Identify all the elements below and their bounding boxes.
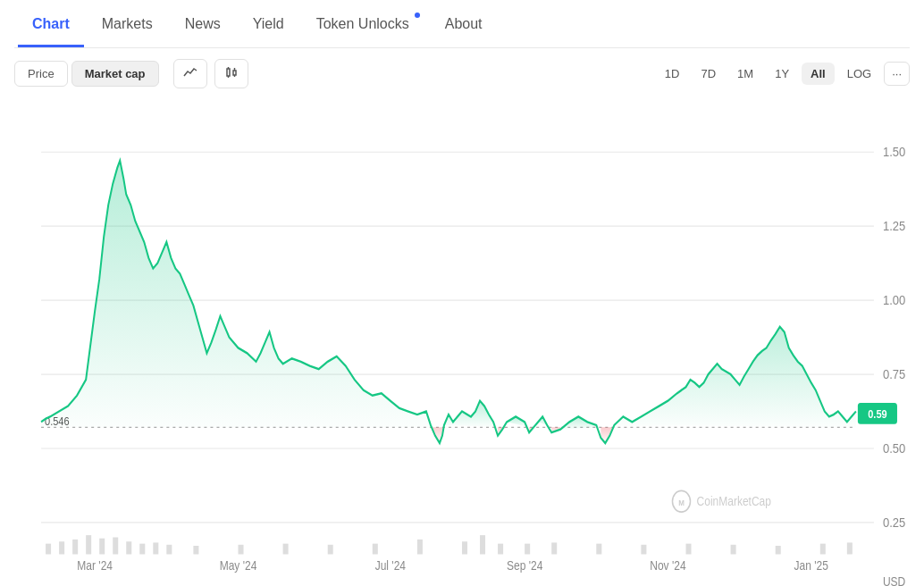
svg-text:CoinMarketCap: CoinMarketCap <box>697 494 771 508</box>
svg-rect-7 <box>14 427 910 586</box>
svg-rect-35 <box>126 541 131 554</box>
svg-rect-30 <box>59 541 64 554</box>
time-1y[interactable]: 1Y <box>766 63 798 85</box>
svg-rect-36 <box>139 544 145 555</box>
svg-rect-48 <box>525 544 530 555</box>
svg-rect-47 <box>498 544 503 555</box>
svg-rect-42 <box>328 545 333 555</box>
chart-area: 1.50 1.25 1.00 0.75 0.50 0.25 Mar '24 Ma… <box>14 99 910 586</box>
svg-rect-38 <box>166 545 172 555</box>
tab-about[interactable]: About <box>431 0 497 47</box>
svg-rect-37 <box>153 542 158 554</box>
svg-rect-40 <box>239 545 244 555</box>
svg-rect-56 <box>847 542 853 554</box>
svg-rect-39 <box>193 546 198 554</box>
svg-text:Sep '24: Sep '24 <box>507 558 542 573</box>
svg-rect-41 <box>283 544 289 555</box>
svg-text:1.25: 1.25 <box>883 218 905 233</box>
candlestick-icon <box>224 65 239 82</box>
svg-text:1.50: 1.50 <box>883 144 905 159</box>
svg-rect-34 <box>113 538 118 555</box>
more-button[interactable]: ··· <box>884 62 910 86</box>
svg-rect-53 <box>731 545 736 555</box>
svg-rect-46 <box>480 535 485 554</box>
svg-text:0.75: 0.75 <box>883 366 905 381</box>
svg-text:Jul '24: Jul '24 <box>375 558 406 573</box>
time-1m[interactable]: 1M <box>728 63 762 85</box>
svg-text:0.50: 0.50 <box>883 440 905 456</box>
svg-rect-43 <box>373 544 378 555</box>
tab-nav: Chart Markets News Yield Token Unlocks A… <box>14 0 910 48</box>
svg-rect-55 <box>820 544 826 555</box>
svg-rect-29 <box>46 544 51 555</box>
candlestick-button[interactable] <box>214 59 248 88</box>
svg-text:Jan '25: Jan '25 <box>794 558 828 573</box>
tab-yield[interactable]: Yield <box>239 0 298 47</box>
tab-token-unlocks[interactable]: Token Unlocks <box>302 0 427 47</box>
svg-text:M: M <box>678 498 685 507</box>
svg-text:May '24: May '24 <box>220 558 257 573</box>
svg-rect-3 <box>233 71 236 75</box>
svg-rect-54 <box>776 546 781 554</box>
svg-rect-33 <box>99 539 105 555</box>
svg-rect-45 <box>462 541 467 554</box>
svg-rect-50 <box>596 544 601 555</box>
price-button[interactable]: Price <box>14 61 68 87</box>
svg-rect-49 <box>551 542 557 554</box>
svg-rect-52 <box>686 544 692 555</box>
svg-text:0.59: 0.59 <box>868 407 887 421</box>
market-cap-button[interactable]: Market cap <box>71 61 159 87</box>
time-button-group: 1D 7D 1M 1Y All LOG ··· <box>656 62 910 86</box>
time-7d[interactable]: 7D <box>692 63 725 85</box>
svg-text:0.25: 0.25 <box>883 515 905 530</box>
svg-text:1.00: 1.00 <box>883 292 905 307</box>
time-all[interactable]: All <box>802 63 835 85</box>
controls-bar: Price Market cap <box>14 48 910 99</box>
svg-rect-44 <box>417 540 423 555</box>
tab-chart[interactable]: Chart <box>18 0 84 47</box>
svg-text:USD: USD <box>883 574 905 586</box>
view-toggle-group: Price Market cap <box>14 61 159 87</box>
svg-rect-31 <box>72 540 78 555</box>
log-button[interactable]: LOG <box>838 63 880 85</box>
time-1d[interactable]: 1D <box>656 63 689 85</box>
svg-text:Mar '24: Mar '24 <box>77 558 113 573</box>
svg-rect-51 <box>641 545 646 555</box>
svg-rect-0 <box>227 69 230 76</box>
token-unlocks-dot <box>415 13 420 18</box>
svg-text:Nov '24: Nov '24 <box>650 558 685 573</box>
page-container: Chart Markets News Yield Token Unlocks A… <box>0 0 924 586</box>
price-chart[interactable]: 1.50 1.25 1.00 0.75 0.50 0.25 Mar '24 Ma… <box>14 99 910 586</box>
line-chart-button[interactable] <box>173 59 207 88</box>
tab-news[interactable]: News <box>171 0 235 47</box>
svg-rect-32 <box>86 535 91 554</box>
line-chart-icon <box>183 65 197 82</box>
tab-markets[interactable]: Markets <box>88 0 167 47</box>
